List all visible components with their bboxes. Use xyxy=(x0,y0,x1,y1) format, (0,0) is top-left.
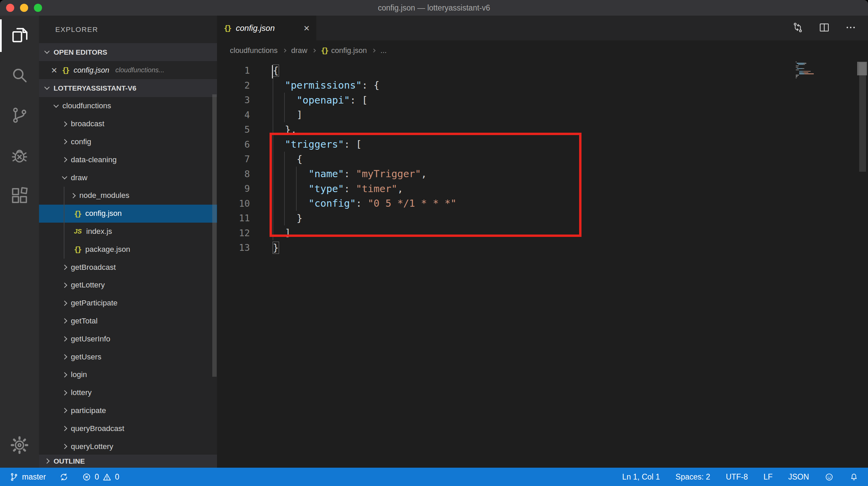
activity-bar-item-source-control[interactable] xyxy=(0,96,39,136)
breadcrumb-item-[interactable]: ... xyxy=(380,46,387,55)
activity-bar-item-settings[interactable] xyxy=(0,426,39,466)
line-number: 8 xyxy=(217,169,250,179)
minimap[interactable] xyxy=(796,61,823,79)
code-editor[interactable]: 1{2 "permissions": {3 "openapi": [4 ]5 }… xyxy=(217,60,868,468)
activity-bar-item-explorer[interactable] xyxy=(0,16,39,56)
open-editor-item[interactable]: × {} config.json cloudfunctions... xyxy=(39,61,217,79)
tree-item-login[interactable]: login xyxy=(39,366,217,384)
tab-close-icon[interactable]: × xyxy=(303,23,310,33)
status-language-mode[interactable]: JSON xyxy=(788,472,809,482)
chevron-right-icon xyxy=(62,408,67,413)
close-icon[interactable]: × xyxy=(51,65,57,75)
workbench: EXPLORER OPEN EDITORS × {} config.json c… xyxy=(0,16,868,468)
open-changes-button[interactable] xyxy=(792,22,804,35)
sidebar-explorer: EXPLORER OPEN EDITORS × {} config.json c… xyxy=(39,16,217,468)
status-cursor-position[interactable]: Ln 1, Col 1 xyxy=(622,472,660,482)
tree-item-getBroadcast[interactable]: getBroadcast xyxy=(39,258,217,276)
tree-item-config.json[interactable]: {}config.json xyxy=(39,205,217,223)
problems-status[interactable]: 0 0 xyxy=(82,472,119,482)
chevron-right-icon xyxy=(62,283,67,288)
code-line-4[interactable]: 4 ] xyxy=(217,108,868,123)
chevron-right-icon xyxy=(44,459,50,464)
indent-guide xyxy=(284,93,285,122)
line-number: 4 xyxy=(217,110,250,120)
status-label: LF xyxy=(764,472,773,482)
code-text: } xyxy=(273,242,278,254)
status-feedback[interactable] xyxy=(825,472,834,482)
window-title: config.json — lotteryassistant-v6 xyxy=(378,3,490,13)
warning-count: 0 xyxy=(115,472,119,482)
breadcrumb-item-configjson[interactable]: {}config.json xyxy=(321,46,367,55)
tree-item-index.js[interactable]: JSindex.js xyxy=(39,223,217,241)
tree-item-label: getLottery xyxy=(71,281,105,289)
tree-item-label: getBroadcast xyxy=(71,263,116,272)
activity-bar-item-run-debug[interactable] xyxy=(0,136,39,176)
section-project[interactable]: LOTTERYASSISTANT-V6 xyxy=(39,79,217,97)
tree-item-label: getUsers xyxy=(71,353,101,361)
tree-item-label: login xyxy=(71,370,87,379)
section-outline[interactable]: OUTLINE xyxy=(39,454,217,468)
code-line-13[interactable]: 13} xyxy=(217,240,868,255)
json-file-icon: {} xyxy=(321,46,328,55)
tree-item-queryLottery[interactable]: queryLottery xyxy=(39,437,217,455)
status-indentation[interactable]: Spaces: 2 xyxy=(675,472,710,482)
chevron-right-icon xyxy=(62,354,67,360)
activity-bar-top xyxy=(0,16,39,216)
zoom-window-button[interactable] xyxy=(34,4,42,12)
text-cursor xyxy=(272,65,273,78)
tree-item-config[interactable]: config xyxy=(39,133,217,151)
tree-item-lottery[interactable]: lottery xyxy=(39,384,217,402)
status-notifications[interactable] xyxy=(849,472,859,482)
status-label: UTF-8 xyxy=(726,472,748,482)
close-window-button[interactable] xyxy=(6,4,14,12)
tree-item-node_modules[interactable]: node_modules xyxy=(39,187,217,205)
sidebar-scrollbar[interactable] xyxy=(212,94,217,377)
tree-item-queryBroadcast[interactable]: queryBroadcast xyxy=(39,419,217,437)
code-line-2[interactable]: 2 "permissions": { xyxy=(217,78,868,93)
chevron-right-icon xyxy=(62,336,67,342)
breadcrumb-item-draw[interactable]: draw xyxy=(291,46,308,55)
breadcrumb-item-cloudfunctions[interactable]: cloudfunctions xyxy=(230,46,278,55)
split-editor-button[interactable] xyxy=(818,22,830,35)
code-line-1[interactable]: 1{ xyxy=(217,63,868,78)
code-line-3[interactable]: 3 "openapi": [ xyxy=(217,93,868,108)
tree-item-getLottery[interactable]: getLottery xyxy=(39,276,217,294)
section-open-editors[interactable]: OPEN EDITORS xyxy=(39,43,217,61)
open-editor-filename: config.json xyxy=(74,66,109,75)
tree-item-broadcast[interactable]: broadcast xyxy=(39,115,217,133)
tree-item-label: getUserInfo xyxy=(71,335,110,343)
tab-bar: {} config.json × xyxy=(217,16,868,40)
titlebar[interactable]: config.json — lotteryassistant-v6 xyxy=(0,0,868,16)
tree-item-getParticipate[interactable]: getParticipate xyxy=(39,294,217,312)
status-encoding[interactable]: UTF-8 xyxy=(726,472,748,482)
tree-item-participate[interactable]: participate xyxy=(39,402,217,420)
chevron-right-icon xyxy=(62,157,67,163)
more-actions-button[interactable] xyxy=(845,22,856,35)
tree-item-package.json[interactable]: {}package.json xyxy=(39,240,217,258)
tree-item-getUsers[interactable]: getUsers xyxy=(39,348,217,366)
tree-item-cloudfunctions[interactable]: cloudfunctions xyxy=(39,97,217,115)
line-number: 10 xyxy=(217,198,250,209)
status-eol[interactable]: LF xyxy=(764,472,773,482)
activity-bar-item-search[interactable] xyxy=(0,56,39,96)
tree-item-label: index.js xyxy=(86,227,112,236)
status-bar-right: Ln 1, Col 1Spaces: 2UTF-8LFJSON xyxy=(622,472,859,482)
gear-icon xyxy=(10,435,29,456)
minimap-scrollbar[interactable] xyxy=(859,62,866,172)
status-label: Spaces: 2 xyxy=(675,472,710,482)
tree-item-data-cleaning[interactable]: data-cleaning xyxy=(39,151,217,169)
sync-button[interactable] xyxy=(59,472,68,482)
git-branch-status[interactable]: master xyxy=(9,472,46,482)
activity-bar-item-extensions[interactable] xyxy=(0,176,39,216)
line-number: 6 xyxy=(217,139,250,150)
minimap-slider[interactable] xyxy=(857,62,867,75)
chevron-right-icon xyxy=(62,318,67,324)
tree-item-getTotal[interactable]: getTotal xyxy=(39,312,217,330)
file-tree: cloudfunctionsbroadcastconfigdata-cleani… xyxy=(39,97,217,468)
tree-item-label: broadcast xyxy=(71,119,104,128)
activity-bar-bottom xyxy=(0,426,39,466)
tree-item-getUserInfo[interactable]: getUserInfo xyxy=(39,330,217,348)
tab-config-json[interactable]: {} config.json × xyxy=(217,16,316,40)
minimize-window-button[interactable] xyxy=(20,4,28,12)
tree-item-draw[interactable]: draw xyxy=(39,169,217,187)
